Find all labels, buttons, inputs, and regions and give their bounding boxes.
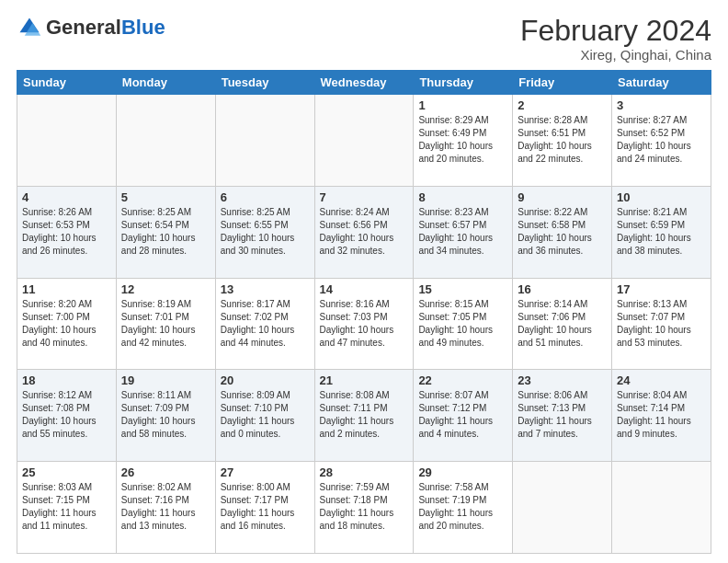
page: GeneralBlue February 2024 Xireg, Qinghai… [0,0,728,563]
day-number: 9 [518,190,607,204]
day-info: Sunrise: 8:19 AM Sunset: 7:01 PM Dayligh… [121,298,210,350]
day-info: Sunrise: 7:59 AM Sunset: 7:18 PM Dayligh… [320,481,409,533]
table-row: 23Sunrise: 8:06 AM Sunset: 7:13 PM Dayli… [513,370,612,462]
calendar-week-row: 1Sunrise: 8:29 AM Sunset: 6:49 PM Daylig… [17,95,711,187]
day-info: Sunrise: 8:17 AM Sunset: 7:02 PM Dayligh… [221,298,310,350]
day-number: 17 [617,282,706,296]
day-number: 2 [518,98,607,112]
day-info: Sunrise: 8:24 AM Sunset: 6:56 PM Dayligh… [320,206,409,258]
table-row [17,95,117,187]
day-number: 21 [320,373,409,387]
table-row: 13Sunrise: 8:17 AM Sunset: 7:02 PM Dayli… [215,278,314,370]
day-info: Sunrise: 8:03 AM Sunset: 7:15 PM Dayligh… [22,481,111,533]
table-row: 27Sunrise: 8:00 AM Sunset: 7:17 PM Dayli… [215,462,314,554]
table-row: 6Sunrise: 8:25 AM Sunset: 6:55 PM Daylig… [215,186,314,278]
day-number: 18 [22,373,111,387]
day-number: 4 [22,190,111,204]
table-row: 15Sunrise: 8:15 AM Sunset: 7:05 PM Dayli… [414,278,513,370]
day-info: Sunrise: 8:06 AM Sunset: 7:13 PM Dayligh… [518,389,607,441]
day-info: Sunrise: 8:29 AM Sunset: 6:49 PM Dayligh… [418,114,507,166]
table-row: 17Sunrise: 8:13 AM Sunset: 7:07 PM Dayli… [612,278,711,370]
table-row: 3Sunrise: 8:27 AM Sunset: 6:52 PM Daylig… [612,95,711,187]
table-row [314,95,414,187]
day-number: 15 [418,282,507,296]
day-info: Sunrise: 8:22 AM Sunset: 6:58 PM Dayligh… [518,206,607,258]
day-info: Sunrise: 8:07 AM Sunset: 7:12 PM Dayligh… [418,389,507,441]
day-number: 19 [121,373,210,387]
calendar-header-row: Sunday Monday Tuesday Wednesday Thursday… [17,71,711,95]
day-number: 29 [418,465,507,479]
table-row: 14Sunrise: 8:16 AM Sunset: 7:03 PM Dayli… [314,278,414,370]
col-friday: Friday [513,71,612,95]
day-number: 10 [617,190,706,204]
day-number: 27 [221,465,310,479]
day-info: Sunrise: 8:13 AM Sunset: 7:07 PM Dayligh… [617,298,706,350]
calendar-table: Sunday Monday Tuesday Wednesday Thursday… [17,70,711,554]
day-number: 16 [518,282,607,296]
day-number: 11 [22,282,111,296]
table-row: 11Sunrise: 8:20 AM Sunset: 7:00 PM Dayli… [17,278,117,370]
day-number: 26 [121,465,210,479]
day-info: Sunrise: 8:28 AM Sunset: 6:51 PM Dayligh… [518,114,607,166]
day-number: 22 [418,373,507,387]
day-number: 1 [418,98,507,112]
day-info: Sunrise: 7:58 AM Sunset: 7:19 PM Dayligh… [418,481,507,533]
logo-icon [17,15,42,40]
col-wednesday: Wednesday [314,71,414,95]
calendar-week-row: 25Sunrise: 8:03 AM Sunset: 7:15 PM Dayli… [17,462,711,554]
table-row: 5Sunrise: 8:25 AM Sunset: 6:54 PM Daylig… [116,186,215,278]
day-number: 25 [22,465,111,479]
table-row: 7Sunrise: 8:24 AM Sunset: 6:56 PM Daylig… [314,186,414,278]
day-number: 5 [121,190,210,204]
table-row: 12Sunrise: 8:19 AM Sunset: 7:01 PM Dayli… [116,278,215,370]
header: GeneralBlue February 2024 Xireg, Qinghai… [17,15,711,63]
table-row: 29Sunrise: 7:58 AM Sunset: 7:19 PM Dayli… [414,462,513,554]
day-number: 13 [221,282,310,296]
calendar-week-row: 11Sunrise: 8:20 AM Sunset: 7:00 PM Dayli… [17,278,711,370]
day-info: Sunrise: 8:21 AM Sunset: 6:59 PM Dayligh… [617,206,706,258]
logo-general-text: General [46,16,121,39]
day-info: Sunrise: 8:25 AM Sunset: 6:55 PM Dayligh… [221,206,310,258]
col-saturday: Saturday [612,71,711,95]
day-info: Sunrise: 8:25 AM Sunset: 6:54 PM Dayligh… [121,206,210,258]
logo: GeneralBlue [17,15,165,40]
location: Xireg, Qinghai, China [520,47,711,63]
table-row: 22Sunrise: 8:07 AM Sunset: 7:12 PM Dayli… [414,370,513,462]
day-number: 7 [320,190,409,204]
table-row: 9Sunrise: 8:22 AM Sunset: 6:58 PM Daylig… [513,186,612,278]
table-row: 10Sunrise: 8:21 AM Sunset: 6:59 PM Dayli… [612,186,711,278]
table-row: 25Sunrise: 8:03 AM Sunset: 7:15 PM Dayli… [17,462,117,554]
day-info: Sunrise: 8:14 AM Sunset: 7:06 PM Dayligh… [518,298,607,350]
calendar-week-row: 18Sunrise: 8:12 AM Sunset: 7:08 PM Dayli… [17,370,711,462]
day-number: 8 [418,190,507,204]
table-row: 20Sunrise: 8:09 AM Sunset: 7:10 PM Dayli… [215,370,314,462]
day-number: 12 [121,282,210,296]
day-number: 24 [617,373,706,387]
day-info: Sunrise: 8:26 AM Sunset: 6:53 PM Dayligh… [22,206,111,258]
table-row: 2Sunrise: 8:28 AM Sunset: 6:51 PM Daylig… [513,95,612,187]
col-tuesday: Tuesday [215,71,314,95]
day-number: 6 [221,190,310,204]
day-info: Sunrise: 8:16 AM Sunset: 7:03 PM Dayligh… [320,298,409,350]
table-row: 18Sunrise: 8:12 AM Sunset: 7:08 PM Dayli… [17,370,117,462]
table-row [612,462,711,554]
day-info: Sunrise: 8:04 AM Sunset: 7:14 PM Dayligh… [617,389,706,441]
table-row [513,462,612,554]
day-info: Sunrise: 8:20 AM Sunset: 7:00 PM Dayligh… [22,298,111,350]
day-number: 28 [320,465,409,479]
day-number: 20 [221,373,310,387]
table-row [116,95,215,187]
table-row: 21Sunrise: 8:08 AM Sunset: 7:11 PM Dayli… [314,370,414,462]
day-info: Sunrise: 8:23 AM Sunset: 6:57 PM Dayligh… [418,206,507,258]
logo-blue-text: Blue [121,16,165,39]
table-row: 4Sunrise: 8:26 AM Sunset: 6:53 PM Daylig… [17,186,117,278]
day-info: Sunrise: 8:09 AM Sunset: 7:10 PM Dayligh… [221,389,310,441]
day-info: Sunrise: 8:02 AM Sunset: 7:16 PM Dayligh… [121,481,210,533]
day-info: Sunrise: 8:27 AM Sunset: 6:52 PM Dayligh… [617,114,706,166]
table-row: 19Sunrise: 8:11 AM Sunset: 7:09 PM Dayli… [116,370,215,462]
table-row: 16Sunrise: 8:14 AM Sunset: 7:06 PM Dayli… [513,278,612,370]
table-row: 26Sunrise: 8:02 AM Sunset: 7:16 PM Dayli… [116,462,215,554]
calendar-week-row: 4Sunrise: 8:26 AM Sunset: 6:53 PM Daylig… [17,186,711,278]
day-info: Sunrise: 8:00 AM Sunset: 7:17 PM Dayligh… [221,481,310,533]
day-info: Sunrise: 8:11 AM Sunset: 7:09 PM Dayligh… [121,389,210,441]
